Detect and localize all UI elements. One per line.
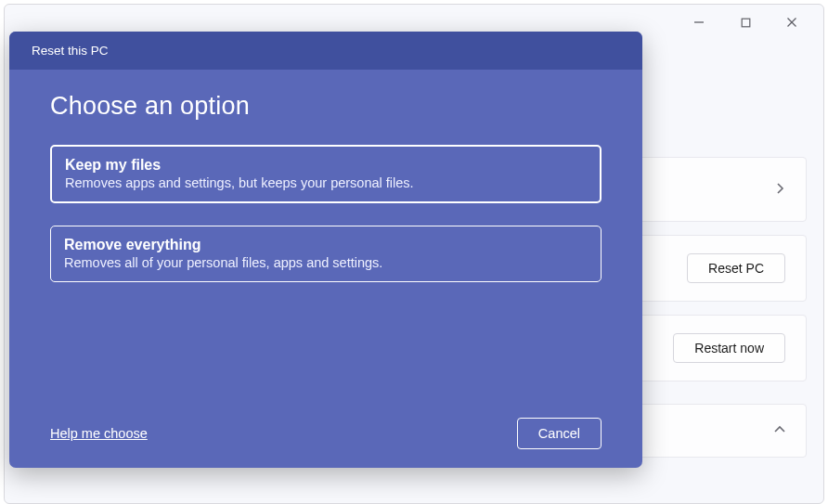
option-keep-files-desc: Removes apps and settings, but keeps you…: [65, 175, 587, 190]
option-remove-everything-desc: Removes all of your personal files, apps…: [64, 255, 588, 270]
chevron-right-icon: [774, 181, 785, 198]
minimize-icon[interactable]: [686, 9, 712, 35]
restart-now-button[interactable]: Restart now: [673, 333, 785, 363]
dialog-heading: Choose an option: [50, 92, 602, 121]
option-remove-everything[interactable]: Remove everything Removes all of your pe…: [50, 226, 602, 282]
option-keep-files-title: Keep my files: [65, 157, 587, 174]
cancel-button[interactable]: Cancel: [517, 418, 602, 449]
chevron-up-icon: [774, 422, 785, 439]
dialog-footer: Help me choose Cancel: [50, 412, 602, 449]
reset-pc-dialog: Reset this PC Choose an option Keep my f…: [9, 32, 642, 468]
dialog-title: Reset this PC: [9, 32, 642, 70]
reset-pc-button[interactable]: Reset PC: [687, 253, 785, 283]
help-me-choose-link[interactable]: Help me choose: [50, 426, 148, 441]
maximize-icon[interactable]: [732, 9, 758, 35]
close-icon[interactable]: [779, 9, 805, 35]
option-keep-files[interactable]: Keep my files Removes apps and settings,…: [50, 145, 602, 203]
dialog-body: Choose an option Keep my files Removes a…: [9, 70, 642, 468]
svg-rect-1: [742, 19, 750, 27]
option-remove-everything-title: Remove everything: [64, 237, 588, 253]
